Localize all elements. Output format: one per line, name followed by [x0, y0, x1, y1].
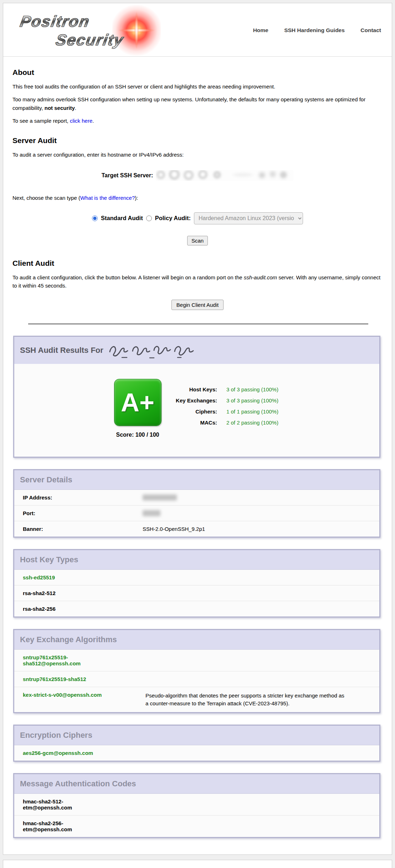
kex-note: Pseudo-algorithm that denotes the peer s… [145, 692, 347, 707]
about-p3-text: To see a sample report, [12, 118, 70, 124]
policy-select[interactable]: Hardened Amazon Linux 2023 (version 1) [194, 212, 303, 224]
score-label: Score: 100 / 100 [106, 432, 170, 438]
logo-text-positron: Positron [19, 14, 91, 29]
redacted-port-value [143, 510, 160, 516]
detail-label: Banner: [23, 526, 143, 532]
scan-type-paragraph: Next, choose the scan type (What is the … [12, 194, 383, 202]
about-paragraph-1: This free tool audits the configuration … [12, 82, 383, 91]
detail-row-banner: Banner: SSH-2.0-OpenSSH_9.2p1 [14, 521, 379, 537]
detail-label: IP Address: [23, 494, 143, 501]
summary-label: Key Exchanges: [173, 395, 226, 406]
about-p2-bold: not security [45, 105, 75, 111]
scan-type-difference-link[interactable]: What is the difference? [80, 195, 135, 201]
summary-value: 3 of 3 passing (100%) [226, 395, 279, 406]
macs-rows: hmac-sha2-512-etm@openssh.com hmac-sha2-… [14, 793, 379, 837]
about-p2-period: . [75, 105, 76, 111]
nav-home[interactable]: Home [253, 27, 268, 33]
scan-type-options-row: Standard Audit Policy Audit: Hardened Am… [12, 212, 383, 224]
results-title-prefix: SSH Audit Results For [20, 346, 103, 355]
detail-row-ip: IP Address: [14, 489, 379, 505]
ciphers-header: Encryption Ciphers [14, 726, 379, 745]
results-summary-table: Host Keys: 3 of 3 passing (100%) Key Exc… [173, 384, 279, 428]
about-p3-period: . [92, 118, 94, 124]
kex-row: kex-strict-s-v00@openssh.com Pseudo-algo… [14, 687, 379, 712]
server-details-header: Server Details [14, 470, 379, 489]
target-server-input[interactable] [156, 170, 293, 181]
macs-panel: Message Authentication Codes hmac-sha2-5… [13, 773, 380, 838]
grade-column: A+ Score: 100 / 100 [106, 379, 170, 438]
summary-row-macs: MACs: 2 of 2 passing (100%) [173, 417, 279, 428]
summary-label: MACs: [173, 417, 226, 428]
about-title: About [12, 68, 383, 77]
begin-client-audit-button[interactable]: Begin Client Audit [171, 300, 224, 310]
sample-report-link[interactable]: click here [70, 118, 92, 124]
site-header: Positron Security Home SSH Hardening Gui… [3, 3, 392, 57]
redacted-ip-value [143, 494, 177, 501]
host-key-name: ssh-ed25519 [23, 574, 107, 580]
host-key-row: rsa-sha2-256 [14, 601, 379, 616]
policy-audit-label: Policy Audit: [155, 215, 191, 222]
summary-value: 3 of 3 passing (100%) [226, 384, 279, 395]
target-server-row: Target SSH Server: [12, 170, 383, 181]
cipher-name: aes256-gcm@openssh.com [23, 750, 107, 756]
host-key-types-panel: Host Key Types ssh-ed25519 rsa-sha2-512 … [13, 549, 380, 618]
cipher-row: aes256-gcm@openssh.com [14, 745, 379, 761]
summary-row-key-exchanges: Key Exchanges: 3 of 3 passing (100%) [173, 395, 279, 406]
grade-badge: A+ [114, 379, 161, 426]
nav-contact[interactable]: Contact [360, 27, 381, 33]
results-body: A+ Score: 100 / 100 Host Keys: 3 of 3 pa… [14, 364, 379, 457]
server-details-panel: Server Details IP Address: Port: Banner:… [13, 469, 380, 538]
summary-row-ciphers: Ciphers: 1 of 1 passing (100%) [173, 406, 279, 417]
server-details-rows: IP Address: Port: Banner: SSH-2.0-OpenSS… [14, 489, 379, 537]
ciphers-panel: Encryption Ciphers aes256-gcm@openssh.co… [13, 725, 380, 762]
mac-row: hmac-sha2-256-etm@openssh.com [14, 815, 379, 837]
summary-label: Ciphers: [173, 406, 226, 417]
about-paragraph-2: Too many admins overlook SSH configurati… [12, 95, 383, 112]
host-key-types-header: Host Key Types [14, 550, 379, 569]
scan-type-text-after: ): [135, 195, 138, 201]
scan-type-text: Next, choose the scan type ( [12, 195, 80, 201]
summary-value: 1 of 1 passing (100%) [226, 406, 279, 417]
redacted-hostname-scribble [108, 342, 197, 359]
macs-header: Message Authentication Codes [14, 774, 379, 793]
kex-name: sntrup761x25519-sha512@openssh.com [23, 654, 107, 666]
host-key-name: rsa-sha2-512 [23, 590, 107, 596]
summary-value: 2 of 2 passing (100%) [226, 417, 279, 428]
target-server-label: Target SSH Server: [102, 172, 153, 179]
server-audit-intro: To audit a server configuration, enter i… [12, 151, 383, 159]
client-audit-text: To audit a client configuration, click t… [12, 274, 244, 280]
results-panel: SSH Audit Results For A+ Score: 100 / 10… [13, 336, 380, 458]
host-key-types-rows: ssh-ed25519 rsa-sha2-512 rsa-sha2-256 [14, 569, 379, 616]
scan-button[interactable]: Scan [187, 236, 208, 245]
ciphers-rows: aes256-gcm@openssh.com [14, 745, 379, 761]
page-content: About This free tool audits the configur… [3, 68, 392, 310]
key-exchange-header: Key Exchange Algorithms [14, 630, 379, 649]
nav-ssh-hardening-guides[interactable]: SSH Hardening Guides [284, 27, 345, 33]
policy-audit-radio[interactable] [146, 215, 152, 221]
detail-label: Port: [23, 510, 143, 516]
kex-name: kex-strict-s-v00@openssh.com [23, 692, 107, 707]
standard-audit-label: Standard Audit [101, 215, 143, 222]
summary-label: Host Keys: [173, 384, 226, 395]
detail-row-port: Port: [14, 505, 379, 521]
standard-audit-radio[interactable] [92, 215, 98, 221]
mac-name: hmac-sha2-512-etm@openssh.com [23, 798, 107, 811]
about-paragraph-3: To see a sample report, click here. [12, 117, 383, 125]
main-nav: Home SSH Hardening Guides Contact [239, 27, 381, 34]
client-audit-paragraph: To audit a client configuration, click t… [12, 273, 383, 290]
key-exchange-panel: Key Exchange Algorithms sntrup761x25519-… [13, 629, 380, 713]
logo-text-security: Security [55, 32, 125, 48]
banner-value: SSH-2.0-OpenSSH_9.2p1 [143, 526, 205, 532]
redacted-input-value [156, 170, 293, 181]
results-separator [28, 324, 368, 324]
host-key-row: ssh-ed25519 [14, 569, 379, 585]
main-card: Positron Security Home SSH Hardening Gui… [3, 3, 392, 855]
kex-name: sntrup761x25519-sha512 [23, 676, 107, 682]
client-audit-domain: ssh-audit.com [244, 274, 277, 280]
server-audit-title: Server Audit [12, 136, 383, 145]
key-exchange-rows: sntrup761x25519-sha512@openssh.com sntru… [14, 649, 379, 712]
summary-row-host-keys: Host Keys: 3 of 3 passing (100%) [173, 384, 279, 395]
results-panel-header: SSH Audit Results For [14, 337, 379, 364]
client-audit-title: Client Audit [12, 259, 383, 268]
mac-row: hmac-sha2-512-etm@openssh.com [14, 793, 379, 815]
